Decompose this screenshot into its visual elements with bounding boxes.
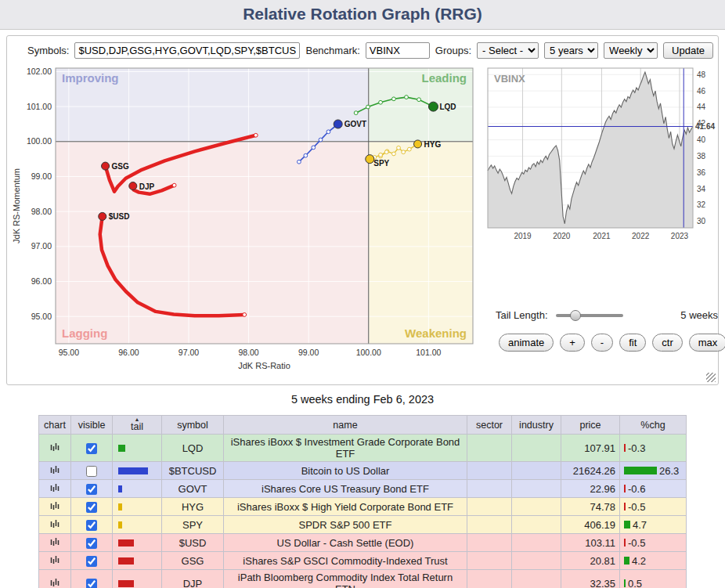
marker-DJP[interactable]	[129, 182, 137, 190]
symbol-cell: DJP	[162, 570, 224, 588]
visible-cell[interactable]	[71, 552, 113, 570]
visible-cell[interactable]	[71, 480, 113, 498]
table-row-LQD: LQDiShares iBoxx $ Investment Grade Corp…	[39, 435, 687, 462]
rrg-chart[interactable]: 95.0096.0097.0098.0099.00100.00101.0095.…	[10, 63, 482, 377]
x-axis-title: JdK RS-Ratio	[238, 361, 290, 370]
pct-change-cell: -0.5	[620, 534, 687, 552]
symbols-label: Symbols:	[27, 45, 69, 56]
svg-text:38: 38	[697, 152, 706, 161]
symbols-input[interactable]	[74, 42, 300, 59]
benchmark-input[interactable]	[366, 42, 430, 59]
visible-cell[interactable]	[71, 462, 113, 480]
chart-cell[interactable]	[39, 435, 71, 462]
tail-color-swatch[interactable]	[118, 580, 134, 587]
visible-checkbox[interactable]	[86, 466, 97, 477]
svg-text:101.00: 101.00	[27, 102, 52, 111]
chart-cell[interactable]	[39, 534, 71, 552]
tail-color-swatch[interactable]	[118, 557, 134, 565]
interval-select[interactable]: Weekly	[604, 42, 658, 59]
period-select[interactable]: 5 years	[544, 42, 598, 59]
quadrant-label-leading: Leading	[421, 71, 467, 85]
column-header-pctchg[interactable]: %chg	[620, 416, 687, 435]
rrg-panel: Symbols: Benchmark: Groups: - Select - 5…	[6, 35, 719, 385]
visible-cell[interactable]	[71, 516, 113, 534]
animate-button[interactable]: animate	[499, 334, 554, 352]
svg-text:48: 48	[697, 70, 706, 79]
visible-checkbox[interactable]	[86, 502, 97, 513]
tail-length-slider-thumb[interactable]	[570, 310, 581, 321]
visible-cell[interactable]	[71, 435, 113, 462]
chart-cell[interactable]	[39, 480, 71, 498]
visible-checkbox[interactable]	[86, 556, 97, 567]
resize-handle-icon[interactable]	[706, 373, 716, 382]
marker-$USD[interactable]	[99, 212, 106, 220]
tail-cell	[113, 435, 162, 462]
name-cell: Bitcoin to US Dollar	[224, 462, 467, 480]
chart-cell[interactable]	[39, 462, 71, 480]
industry-cell	[512, 480, 561, 498]
column-header-symbol[interactable]: symbol	[162, 416, 224, 435]
ctr-button[interactable]: ctr	[652, 334, 682, 352]
max-button[interactable]: max	[689, 334, 725, 352]
pct-change-cell: 26.3	[620, 462, 687, 480]
chart-cell[interactable]	[39, 516, 71, 534]
pct-change-value: -0.5	[628, 537, 645, 549]
marker-label-DJP: DJP	[139, 182, 155, 191]
chart-cell[interactable]	[39, 570, 71, 588]
tail-length-slider[interactable]	[556, 314, 623, 317]
tail-length-control: Tail Length: 5 weeks	[486, 309, 723, 321]
visible-cell[interactable]	[71, 534, 113, 552]
marker-GSG[interactable]	[102, 162, 110, 170]
svg-text:46: 46	[697, 87, 706, 96]
svg-text:96.00: 96.00	[118, 348, 139, 357]
marker-SPY[interactable]	[366, 155, 374, 164]
svg-text:34: 34	[697, 185, 706, 193]
marker-label-SPY: SPY	[373, 159, 389, 168]
table-row-HYG: HYGiShares iBoxx $ High Yield Corporate …	[39, 498, 687, 516]
table-row-GOVT: GOVTiShares Core US Treasury Bond ETF22.…	[39, 480, 687, 498]
marker-HYG[interactable]	[414, 140, 422, 148]
fit-button[interactable]: fit	[619, 334, 646, 352]
visible-checkbox[interactable]	[86, 579, 97, 588]
chart-cell[interactable]	[39, 552, 71, 570]
column-header-sector[interactable]: sector	[467, 416, 512, 435]
marker-GOVT[interactable]	[334, 120, 342, 128]
--button[interactable]: -	[591, 334, 613, 352]
svg-text:97.00: 97.00	[179, 348, 199, 357]
chart-cell[interactable]	[39, 498, 71, 516]
visible-checkbox[interactable]	[86, 538, 97, 549]
tail-color-swatch[interactable]	[118, 445, 125, 452]
visible-cell[interactable]	[71, 498, 113, 516]
mini-year-label: 2023	[671, 232, 689, 240]
visible-checkbox[interactable]	[86, 520, 97, 531]
price-cell: 406.19	[561, 516, 620, 534]
column-header-industry[interactable]: industry	[512, 416, 561, 435]
visible-checkbox[interactable]	[86, 443, 97, 454]
column-header-chart[interactable]: chart	[39, 416, 71, 435]
update-button[interactable]: Update	[663, 42, 713, 59]
+-button[interactable]: +	[560, 334, 585, 352]
column-header-name[interactable]: name	[224, 416, 467, 435]
tail-color-swatch[interactable]	[118, 485, 122, 492]
tail-color-swatch[interactable]	[118, 503, 122, 510]
column-header-price[interactable]: price	[561, 416, 620, 435]
tail-color-swatch[interactable]	[118, 521, 122, 528]
table-row-SPY: SPYSPDR S&P 500 ETF406.194.7	[39, 516, 687, 534]
rrg-chart-container: 95.0096.0097.0098.0099.00100.00101.0095.…	[10, 63, 482, 380]
chart-icon	[50, 442, 60, 452]
tail-color-swatch[interactable]	[118, 467, 148, 474]
name-cell: SPDR S&P 500 ETF	[224, 516, 467, 534]
visible-checkbox[interactable]	[86, 484, 97, 495]
quadrant-label-weakening: Weakening	[405, 326, 467, 340]
svg-text:97.00: 97.00	[31, 241, 52, 251]
svg-text:98.00: 98.00	[238, 348, 258, 357]
visible-cell[interactable]	[71, 570, 113, 588]
symbol-cell: $USD	[162, 534, 224, 552]
column-header-visible[interactable]: visible	[71, 416, 113, 435]
groups-select[interactable]: - Select -	[477, 42, 539, 59]
tail-color-swatch[interactable]	[118, 539, 134, 547]
svg-text:96.00: 96.00	[31, 276, 52, 286]
column-header-tail[interactable]: ▲tail	[113, 416, 162, 435]
quadrant-weakening	[369, 142, 473, 344]
marker-LQD[interactable]	[428, 102, 438, 111]
